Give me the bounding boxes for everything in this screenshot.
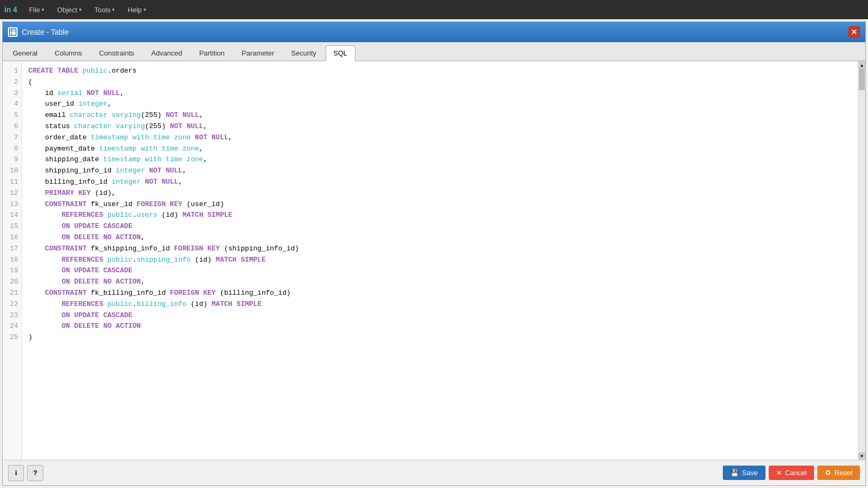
menu-help[interactable]: Help ▾ <box>122 4 152 16</box>
scroll-down-arrow[interactable]: ▼ <box>858 452 866 460</box>
menu-help-label: Help <box>128 6 142 14</box>
info-button[interactable]: i <box>8 465 24 481</box>
vertical-scrollbar[interactable]: ▲ ▼ <box>858 61 865 460</box>
app-brand: in 4 <box>4 5 17 14</box>
menu-help-arrow: ▾ <box>144 7 146 12</box>
save-icon: 💾 <box>730 469 739 477</box>
menu-object[interactable]: Object ▾ <box>52 4 87 16</box>
reset-button[interactable]: ♻ Reset <box>817 466 860 480</box>
bottom-right-buttons: 💾 Save ✕ Cancel ♻ Reset <box>723 466 860 480</box>
menubar: in 4 File ▾ Object ▾ Tools ▾ Help ▾ <box>0 0 868 19</box>
help-button[interactable]: ? <box>27 465 43 481</box>
svg-rect-0 <box>10 29 16 35</box>
tab-partition[interactable]: Partition <box>191 45 233 60</box>
create-table-dialog: Create - Table ✕ General Columns Constra… <box>2 21 866 486</box>
dialog-close-button[interactable]: ✕ <box>848 26 860 38</box>
dialog-titlebar: Create - Table ✕ <box>3 22 865 42</box>
tab-sql[interactable]: SQL <box>326 45 356 61</box>
bottom-left-buttons: i ? <box>8 465 43 481</box>
tab-security[interactable]: Security <box>283 45 325 60</box>
tab-columns[interactable]: Columns <box>46 45 90 60</box>
save-button[interactable]: 💾 Save <box>723 466 766 480</box>
dialog-title-text: Create - Table <box>22 28 69 36</box>
save-label: Save <box>742 469 758 477</box>
dialog-title: Create - Table <box>8 27 69 37</box>
menu-object-arrow: ▾ <box>79 7 82 12</box>
cancel-button[interactable]: ✕ Cancel <box>769 466 814 480</box>
reset-icon: ♻ <box>825 469 831 477</box>
sql-editor: 12345 678910 1112131415 1617181920 21222… <box>3 61 865 460</box>
tab-bar: General Columns Constraints Advanced Par… <box>3 42 865 61</box>
bottom-bar: i ? 💾 Save ✕ Cancel ♻ Reset <box>3 460 865 485</box>
cancel-icon: ✕ <box>776 469 782 477</box>
menu-file[interactable]: File ▾ <box>23 4 50 16</box>
menu-tools-label: Tools <box>94 6 111 14</box>
menu-object-label: Object <box>57 6 77 14</box>
menu-tools-arrow: ▾ <box>112 7 115 12</box>
menu-file-label: File <box>29 6 40 14</box>
menu-file-arrow: ▾ <box>42 7 44 12</box>
tab-parameter[interactable]: Parameter <box>234 45 282 60</box>
reset-label: Reset <box>834 469 853 477</box>
tab-advanced[interactable]: Advanced <box>143 45 190 60</box>
tab-general[interactable]: General <box>5 45 45 60</box>
menu-tools[interactable]: Tools ▾ <box>89 4 120 16</box>
tab-constraints[interactable]: Constraints <box>91 45 143 60</box>
cancel-label: Cancel <box>785 469 807 477</box>
line-numbers: 12345 678910 1112131415 1617181920 21222… <box>3 61 22 460</box>
sql-code-area[interactable]: CREATE TABLE public.orders ( id serial N… <box>22 61 858 460</box>
scroll-track[interactable] <box>858 69 865 452</box>
table-icon <box>8 27 18 37</box>
scroll-thumb[interactable] <box>859 69 865 90</box>
scroll-up-arrow[interactable]: ▲ <box>858 61 866 69</box>
